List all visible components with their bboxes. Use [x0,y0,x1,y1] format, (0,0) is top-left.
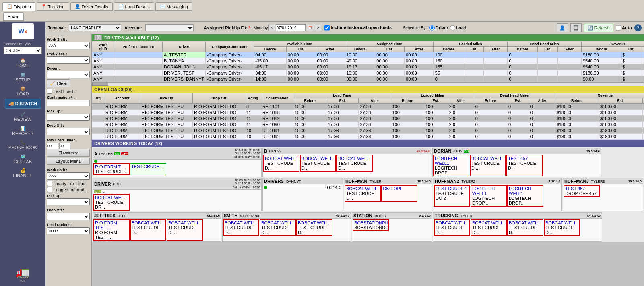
account-select[interactable] [145,24,194,31]
load-card[interactable]: BOBSTATIONPUBOBSTATIONDO [353,219,389,231]
driver-id-a: A [94,151,97,156]
table-row[interactable]: RIO FORMRIO FORM TEST PURIO FORM TEST DO… [92,128,644,134]
help-button[interactable]: ? [634,24,642,31]
calendar-button[interactable]: 📅 [307,25,314,31]
include-historical-check[interactable] [324,24,330,31]
table-row[interactable]: ANYDRIVERS, DANNYT-Company Driver- 14:00… [92,76,644,82]
load-card[interactable]: BOBCAT WELLTEST CRUDE D... [471,219,507,236]
table-row[interactable]: ANYA, TESTER-Company Driver- 04:0000:000… [92,52,644,58]
tab-messaging[interactable]: ✉️ Messaging [155,2,192,11]
logged-in-checkbox[interactable] [47,187,52,192]
load-card[interactable]: TEST CRUDE DR... [130,163,166,175]
tab-driver-details[interactable]: 👤 Driver Details [70,2,113,11]
tab-board[interactable]: Board [3,12,24,21]
pref-acct-select[interactable] [47,56,90,64]
max-load-hours[interactable] [47,143,58,149]
clear-button[interactable]: 🧹 Clear [47,79,70,87]
load-icon: 📦 [20,86,26,91]
load-card[interactable]: BOBCAT WELLTEST CRUDE D... [167,219,203,241]
tab-dispatch[interactable]: 📋 Dispatch [2,2,35,11]
load-card[interactable]: TEST CRUDE 1TEST CRUDE DO 2 [434,185,470,207]
table-row[interactable]: RIO FORMRIO FORM TEST PURIO FORM TEST DO… [92,122,644,128]
date-navigation: Monday < 📅 > [254,24,322,31]
next-date-button[interactable]: > [315,25,321,31]
sidebar-item-dispatch[interactable]: 🚚 DISPATCH [5,99,41,109]
table-row[interactable]: RIO FORMRIO FORM TEST PURIO FORM TEST DO… [92,116,644,122]
col-company: Company/Contractor [206,41,254,52]
load-card[interactable]: BOBCAT WELLTEST CRUDE D... [544,219,580,236]
pickup2-filter-select[interactable] [47,198,90,205]
tab-load-details[interactable]: 📄 Load Details [114,2,154,11]
load-card[interactable]: LOGITECH WELL1LOGITECH DROP... [433,155,469,176]
dropoff2-filter-select[interactable] [47,213,90,220]
prev-date-button[interactable]: < [268,25,275,31]
load-options-select[interactable]: None [47,227,90,234]
work-shift-select[interactable]: ANY [47,42,90,49]
load-card[interactable]: BOBCAT WELLTEST CRUDE DR... [93,194,130,211]
layout-menu-button[interactable]: Layout Menu [47,158,90,165]
sidebar-item-finance[interactable]: 💰 FINANCE [5,166,41,180]
work-shift2-label: Work Shift : [47,168,90,172]
table-row[interactable]: ANYDRIVER, TEST-Company Driver- 04:0000:… [92,70,644,76]
driver-miles-huffman2: 2.1/14.0 [549,180,560,183]
load-card[interactable]: BOBCAT WELLTEST CRUDE D... [263,155,299,172]
table-row[interactable]: RIO FORMRIO FORM TEST PURIO FORM TEST DO… [92,134,644,140]
load-card[interactable]: BOBCAT WELLTEST CRUDE D... [130,219,166,241]
schedule-driver-radio[interactable] [429,24,435,31]
load-card[interactable]: BOBCAT WELLTEST CRUDE D... [507,219,543,236]
work-shift-label: Work Shift : [47,37,90,41]
pickup-filter-select[interactable] [47,114,90,121]
settings-button[interactable]: 🔲 [570,23,582,32]
sidebar-item-review[interactable]: ✔️ REVIEW [5,110,41,123]
load-card[interactable]: LOGITECH WELL1LOGITECH DROP... [507,185,543,207]
load-card[interactable]: LOGITECH WELL1LOGITECH DROP... [471,185,507,207]
sidebar-item-load[interactable]: 📦 LOAD [5,85,41,98]
load-card[interactable]: BOBCAT WELLTEST CRUDE D... [296,219,332,236]
sidebar-item-geotab[interactable]: 🗺️ GEOTAB [5,152,41,166]
dropoff-filter-select[interactable] [47,128,90,135]
schedule-load-radio[interactable] [450,24,455,31]
terminal-select[interactable]: LAKE CHARLES [69,24,121,31]
maximize-button[interactable]: ⊞ Maximize [47,149,90,157]
table-row[interactable]: ANYDORIAN, JOHN-Company Driver- -05:1700… [92,64,644,70]
table-row[interactable]: ANYB, TONYA-Company Driver- -35:0000:000… [92,58,644,64]
user-profile-button[interactable]: 👤 [557,23,568,32]
driver-info-driver-test: R1 08:00 Cyl. 90:00DrL 11:00 Sht 10:00Du… [233,179,260,189]
driver-card-trucking: TRUCKING TYLER 64.4/14.0 BOBCAT WELLTEST… [433,212,602,242]
sidebar-item-setup[interactable]: ⚙️ SETUP [5,70,41,84]
auto-checkbox[interactable] [616,24,621,31]
confirmation-input[interactable] [47,100,90,106]
open-loads-section: OPEN LOADS (29) Urg. Account Pick Up Dro… [92,86,644,140]
load-card[interactable]: TEST 457DROP OFF 457 [564,185,600,197]
drivers-available-toggle[interactable]: [-] [94,35,102,40]
load-card[interactable]: BOBCAT WELLTEST CRUDE D... [223,219,259,236]
table-row[interactable]: RIO FORMRIO FORM TEST PURIO FORM TEST DO… [92,110,644,116]
sidebar-item-home[interactable]: 🏠 HOME [5,56,41,70]
load-card[interactable]: RIO FORM TEST ... TEST CRUDE DR... [93,163,130,175]
load-card[interactable]: BOBCAT WELLTEST CRUDE D... [336,155,373,172]
load-card[interactable]: BOBCAT WELLTEST CRUDE D... [434,219,470,236]
ready-for-load-checkbox[interactable] [47,181,52,186]
driver-card-tonya: B TONYA 49.0/14.0 BOBCAT WELLTEST CRUDE … [262,148,431,177]
sidebar-item-phonebook[interactable]: 📞 PHONEBOOK [5,138,41,151]
refresh-button[interactable]: 🔄 Refresh [584,24,613,32]
driver-filter-select[interactable] [47,71,90,78]
sidebar-item-finance-label: FINANCE [13,173,32,178]
commodity-type-select[interactable]: CRUDE [4,47,42,54]
load-card[interactable]: OKC OPI [381,185,417,202]
drivers-table-scrollbar[interactable] [92,82,644,86]
tab-tracking[interactable]: 📍 Tracking [37,2,69,11]
load-card[interactable]: BOBCAT WELLTEST CRUDE D... [260,219,296,236]
load-card[interactable]: TEST 457TEST CRUDE D... [506,155,543,176]
load-card[interactable]: BOBCAT WELLTEST CRUDE D... [345,185,381,202]
work-shift2-select[interactable]: ANY [47,172,90,180]
table-row[interactable]: RIO FORMRIO FORM TEST PURIO FORM TEST DO… [92,104,644,110]
load-card[interactable]: BOBCAT WELLTEST CRUDE D... [300,155,336,172]
last-load-checkbox[interactable] [47,89,52,94]
sidebar-item-reports[interactable]: 📊 REPORTS [5,124,41,137]
max-load-minutes[interactable] [59,143,70,149]
load-card[interactable]: BOBCAT WELLTEST CRUDE D... [470,155,506,176]
date-input[interactable] [276,24,306,31]
load-card[interactable]: RIO FORM TEST ...RIO FORM TEST ... [93,219,130,241]
on-badge-tester: ON [114,152,120,155]
